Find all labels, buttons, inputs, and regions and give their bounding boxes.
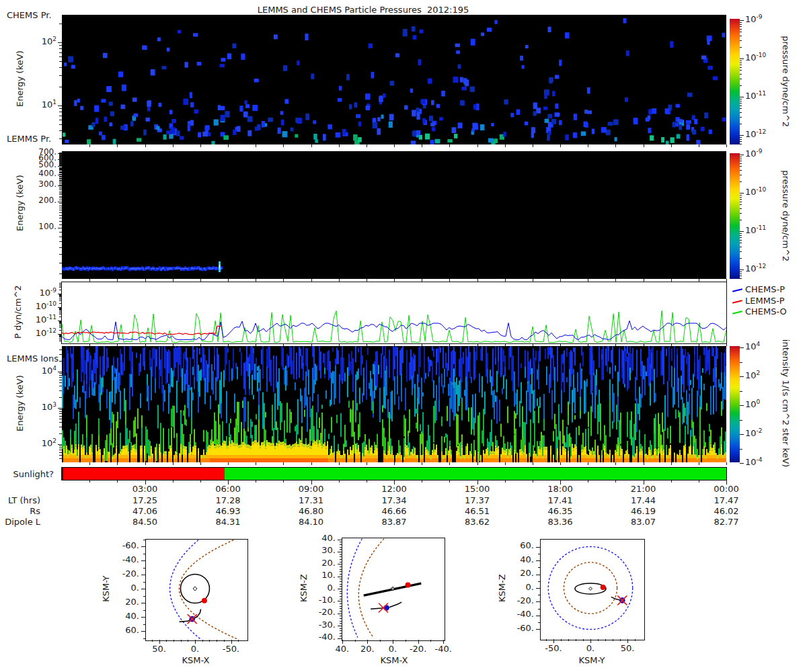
red-marker — [202, 598, 207, 603]
orbit-x-minor-tick — [546, 639, 547, 641]
cbar-minor-tick — [740, 278, 742, 279]
x-hour-tick — [367, 343, 367, 346]
y-minor-tick — [59, 196, 62, 197]
x-hour-tick — [615, 279, 616, 282]
orbit-x-minor-tick — [209, 640, 210, 642]
time-axis-tick — [449, 480, 450, 482]
orbit-x-minor-tick — [406, 640, 406, 642]
ephemeris-value: 17.34 — [373, 496, 415, 505]
ephemeris-value: 83.07 — [623, 517, 664, 527]
x-hour-tick — [671, 144, 672, 147]
cbar-minor-tick — [740, 60, 742, 61]
y-minor-tick — [59, 171, 62, 172]
cbar-minor-tick — [740, 166, 742, 167]
x-hour-tick — [89, 343, 90, 346]
time-axis-tick — [89, 480, 90, 482]
orbit-x-minor-tick — [443, 640, 444, 642]
ephemeris-value: 17.41 — [539, 496, 581, 505]
y-minor-tick — [59, 200, 62, 200]
cbar-minor-tick — [740, 213, 742, 214]
y-minor-tick — [59, 162, 62, 163]
y-minor-tick — [59, 450, 62, 450]
y-minor-tick — [59, 192, 62, 192]
cbar-minor-tick — [740, 112, 742, 113]
x-hour-tick — [367, 279, 367, 282]
x-hour-tick — [367, 462, 367, 465]
y-minor-tick — [59, 312, 62, 313]
orbit-y-tick-label: -40. — [106, 555, 139, 564]
time-axis-tick — [533, 480, 533, 482]
cbar-minor-tick — [740, 99, 742, 99]
x-hour-tick — [283, 343, 284, 346]
orbit-y-tick-label: 20. — [500, 569, 534, 578]
y-minor-tick — [59, 327, 62, 328]
cbar-minor-tick — [740, 137, 742, 138]
y-minor-tick — [59, 165, 62, 165]
y-tick-label: 10-12 — [24, 329, 56, 338]
x-hour-tick — [256, 279, 256, 282]
x-hour-tick — [283, 279, 284, 282]
y-minor-tick — [59, 168, 62, 169]
cbar-minor-tick — [740, 117, 742, 118]
orbit-yz-plot — [540, 539, 644, 639]
y-minor-tick — [59, 215, 62, 216]
colorbar1-label: pressure dyne/cm^2 — [781, 27, 790, 136]
cbar-tick-label: 10-11 — [745, 91, 779, 101]
row-label-dipole: Dipole L — [0, 517, 40, 527]
y-minor-tick — [59, 446, 62, 446]
x-hour-tick — [173, 279, 174, 282]
y-minor-tick — [59, 48, 62, 49]
time-tick-label: 18:00 — [539, 485, 581, 494]
y-minor-tick — [59, 290, 62, 290]
x-hour-tick — [505, 343, 506, 346]
ephemeris-value: 17.44 — [623, 496, 664, 505]
orbit-x-minor-tick — [583, 639, 584, 641]
cbar-minor-tick — [740, 170, 742, 171]
time-axis-tick — [588, 480, 588, 482]
y-major-tick — [58, 372, 63, 372]
time-axis-tick — [200, 480, 201, 482]
y-minor-tick — [59, 61, 62, 62]
x-hour-tick — [477, 462, 478, 465]
sunlight-lit-segment — [225, 468, 726, 480]
ephemeris-value: 17.28 — [207, 496, 249, 505]
cbar-minor-tick — [740, 106, 742, 106]
y-minor-tick — [59, 349, 62, 350]
x-hour-tick — [644, 462, 644, 465]
cbar-minor-tick — [740, 29, 742, 30]
cbar-minor-tick — [740, 391, 742, 392]
time-axis-tick — [671, 480, 672, 482]
figure-title: LEMMS and CHEMS Particle Pressures 2012:… — [0, 5, 726, 15]
panel4-ylabel: Energy (keV) — [15, 363, 25, 444]
y-tick-label: 300. — [24, 180, 56, 189]
x-hour-tick — [117, 279, 118, 282]
cbar-minor-tick — [740, 202, 742, 202]
y-tick-label: 10-11 — [24, 315, 56, 325]
x-hour-tick — [228, 343, 229, 346]
y-minor-tick — [59, 56, 62, 57]
x-hour-tick — [477, 144, 478, 147]
cbar-minor-tick — [740, 101, 742, 101]
time-axis-tick — [117, 480, 118, 482]
y-minor-tick — [59, 386, 62, 386]
y-minor-tick — [59, 317, 62, 317]
y-minor-tick — [59, 190, 62, 190]
magnetopause-curve — [358, 539, 384, 638]
x-hour-tick — [228, 144, 229, 147]
orbit-x-tick-label: 50. — [611, 644, 644, 653]
y-minor-tick — [59, 75, 62, 76]
orbit-x-minor-tick — [181, 640, 182, 642]
time-axis-tick — [283, 480, 284, 482]
cbar-minor-tick — [740, 233, 742, 234]
y-minor-tick — [59, 416, 62, 417]
legend-label-chems-o: CHEMS-O — [745, 307, 792, 317]
colorbar4-label: intensity 1/(s cm^2 ster keV) — [781, 332, 790, 474]
y-minor-tick — [59, 294, 62, 295]
x-hour-tick — [588, 462, 588, 465]
cbar-major-tick — [740, 269, 744, 270]
y-minor-tick — [59, 382, 62, 383]
y-minor-tick — [59, 397, 62, 398]
ephemeris-value: 83.87 — [373, 517, 415, 527]
cbar-minor-tick — [740, 175, 742, 175]
cbar-major-tick — [740, 434, 744, 435]
